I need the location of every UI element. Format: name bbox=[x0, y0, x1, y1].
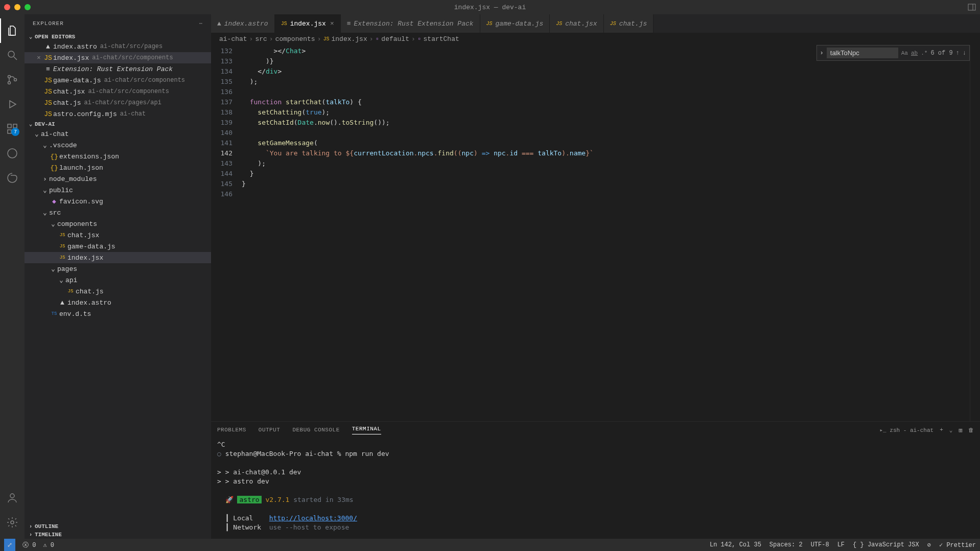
js-file-icon: JS bbox=[65, 289, 76, 294]
edge-activity-icon[interactable] bbox=[0, 141, 25, 166]
svg-rect-11 bbox=[13, 124, 17, 128]
code-content[interactable]: ></Chat> )} </div> ); function startChat… bbox=[242, 45, 970, 421]
file-item[interactable]: ▲index.astro bbox=[25, 297, 211, 308]
new-terminal-icon[interactable]: + bbox=[940, 427, 943, 433]
open-editor-item[interactable]: ≡ Extension: Rust Extension Pack bbox=[25, 63, 211, 75]
file-item[interactable]: {}launch.json bbox=[25, 162, 211, 173]
titlebar: index.jsx — dev-ai bbox=[0, 0, 980, 14]
terminal-body[interactable]: ^C ○ stephan@MacBook-Pro ai-chat % npm r… bbox=[211, 438, 980, 539]
file-item[interactable]: JSgame-data.js bbox=[25, 241, 211, 252]
file-item[interactable]: ◆favicon.svg bbox=[25, 196, 211, 207]
indent-status[interactable]: Spaces: 2 bbox=[769, 541, 803, 548]
open-editor-item[interactable]: JS chat.jsx ai-chat/src/components bbox=[25, 86, 211, 97]
remote-indicator[interactable]: ⤢ bbox=[4, 539, 15, 551]
debug-activity-icon[interactable] bbox=[0, 92, 25, 117]
open-editor-item[interactable]: ▲ index.astro ai-chat/src/pages bbox=[25, 41, 211, 52]
line-gutter: 1321331341351361371381391401411421431441… bbox=[211, 45, 242, 421]
search-activity-icon[interactable] bbox=[0, 43, 25, 67]
editor-tab[interactable]: JSindex.jsx× bbox=[275, 14, 341, 33]
shell-icon: ▸_ bbox=[879, 427, 886, 433]
find-prev-icon[interactable]: ↑ bbox=[956, 50, 960, 57]
account-icon[interactable] bbox=[0, 486, 25, 510]
cursor-position[interactable]: Ln 142, Col 35 bbox=[710, 541, 761, 548]
explorer-activity-icon[interactable] bbox=[0, 18, 25, 43]
localhost-link[interactable]: http://localhost:3000/ bbox=[269, 514, 357, 522]
close-editor-icon[interactable]: × bbox=[35, 54, 43, 62]
regex-icon[interactable]: .* bbox=[921, 50, 927, 56]
status-warnings[interactable]: ⚠ 0 bbox=[43, 541, 54, 549]
editor-tab[interactable]: JSgame-data.js bbox=[480, 14, 550, 33]
folder-item[interactable]: ⌄src bbox=[25, 207, 211, 218]
find-widget: › Aa ab .* 6 of 9 ↑ ↓ bbox=[816, 45, 970, 61]
open-editor-item[interactable]: JS game-data.js ai-chat/src/components bbox=[25, 75, 211, 86]
extensions-activity-icon[interactable]: 7 bbox=[0, 117, 25, 141]
file-item[interactable]: TSenv.d.ts bbox=[25, 308, 211, 319]
folder-item[interactable]: ⌄.vscode bbox=[25, 140, 211, 151]
open-editor-item[interactable]: JS astro.config.mjs ai-chat bbox=[25, 108, 211, 120]
settings-gear-icon[interactable] bbox=[0, 510, 25, 535]
js-file-icon: JS bbox=[43, 54, 53, 62]
folder-item[interactable]: ⌄api bbox=[25, 274, 211, 286]
project-section[interactable]: ⌄ DEV-AI bbox=[25, 120, 211, 128]
file-item[interactable]: JSchat.jsx bbox=[25, 229, 211, 241]
svg-point-4 bbox=[8, 76, 11, 78]
breadcrumb[interactable]: ai-chat› src› components› JS index.jsx› … bbox=[211, 33, 980, 45]
chevron-down-icon: ⌄ bbox=[41, 209, 49, 217]
explorer-more-icon[interactable]: ⋯ bbox=[199, 20, 203, 27]
match-word-icon[interactable]: ab bbox=[911, 50, 918, 56]
find-next-icon[interactable]: ↓ bbox=[963, 50, 966, 57]
eol-status[interactable]: LF bbox=[837, 541, 845, 548]
prettier-status[interactable]: ✓ Prettier bbox=[939, 541, 976, 549]
symbol-module-icon: ▫ bbox=[376, 35, 380, 43]
terminal-shell-label[interactable]: ▸_ zsh - ai-chat bbox=[879, 427, 934, 433]
editor-tab[interactable]: JSchat.jsx bbox=[550, 14, 603, 33]
editor-tab[interactable]: ≡Extension: Rust Extension Pack bbox=[341, 14, 480, 33]
file-item[interactable]: JSchat.js bbox=[25, 286, 211, 297]
timeline-section[interactable]: › TIMELINE bbox=[25, 531, 211, 539]
editor-body[interactable]: 1321331341351361371381391401411421431441… bbox=[211, 45, 980, 421]
eslint-status[interactable]: ⊘ bbox=[927, 541, 931, 549]
language-mode[interactable]: { } JavaScript JSX bbox=[853, 541, 919, 548]
editor-tab[interactable]: JSchat.js bbox=[604, 14, 654, 33]
activity-bar: 7 bbox=[0, 14, 25, 539]
svg-point-12 bbox=[8, 149, 17, 158]
close-window-button[interactable] bbox=[4, 4, 10, 10]
chevron-right-icon[interactable]: › bbox=[820, 50, 824, 57]
close-tab-icon[interactable]: × bbox=[330, 20, 334, 28]
file-item[interactable]: {}extensions.json bbox=[25, 151, 211, 162]
minimize-window-button[interactable] bbox=[14, 4, 20, 10]
source-control-activity-icon[interactable] bbox=[0, 67, 25, 92]
outline-section[interactable]: › OUTLINE bbox=[25, 522, 211, 531]
encoding-status[interactable]: UTF-8 bbox=[811, 541, 829, 548]
find-input[interactable] bbox=[827, 48, 898, 58]
folder-item[interactable]: ⌄public bbox=[25, 185, 211, 196]
open-editors-section[interactable]: ⌄ OPEN EDITORS bbox=[25, 32, 211, 41]
folder-item[interactable]: ⌄ai-chat bbox=[25, 128, 211, 140]
layout-toggle-icon[interactable] bbox=[968, 3, 976, 11]
terminal-tab[interactable]: TERMINAL bbox=[352, 426, 381, 434]
open-editor-item[interactable]: ×JS index.jsx ai-chat/src/components bbox=[25, 52, 211, 63]
chevron-down-icon: ⌄ bbox=[27, 33, 35, 40]
svg-line-3 bbox=[14, 57, 17, 60]
open-editor-item[interactable]: JS chat.js ai-chat/src/pages/api bbox=[25, 97, 211, 108]
debug-console-tab[interactable]: DEBUG CONSOLE bbox=[292, 427, 339, 433]
file-item[interactable]: JSindex.jsx bbox=[25, 252, 211, 263]
minimap[interactable] bbox=[970, 45, 980, 421]
match-case-icon[interactable]: Aa bbox=[901, 50, 908, 56]
output-tab[interactable]: OUTPUT bbox=[259, 427, 281, 433]
editor-tab[interactable]: ▲index.astro bbox=[211, 14, 275, 33]
folder-item[interactable]: ⌄components bbox=[25, 218, 211, 229]
maximize-window-button[interactable] bbox=[25, 4, 31, 10]
folder-item[interactable]: ›node_modules bbox=[25, 173, 211, 185]
svg-point-13 bbox=[10, 494, 14, 498]
edge-tools-activity-icon[interactable] bbox=[0, 166, 25, 190]
split-terminal-icon[interactable]: ▥ bbox=[959, 427, 962, 433]
chevron-down-icon: ⌄ bbox=[33, 130, 41, 138]
status-errors[interactable]: ⓧ 0 bbox=[22, 541, 36, 549]
folder-item[interactable]: ⌄pages bbox=[25, 263, 211, 274]
problems-tab[interactable]: PROBLEMS bbox=[217, 427, 246, 433]
kill-terminal-icon[interactable]: 🗑 bbox=[968, 427, 974, 433]
js-file-icon: JS bbox=[57, 244, 67, 249]
chevron-down-icon: ⌄ bbox=[41, 186, 49, 194]
terminal-dropdown-icon[interactable]: ⌄ bbox=[949, 427, 953, 433]
